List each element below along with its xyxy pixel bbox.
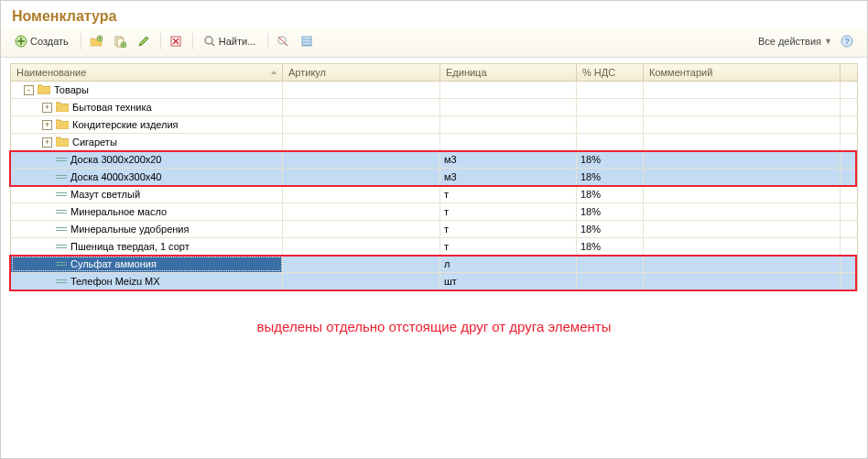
create-label: Создать [30,36,69,47]
cancel-search-button[interactable] [272,31,294,51]
cell-comm [644,151,841,168]
cell-art [283,169,440,185]
cell-comm [644,134,841,150]
cell-comm [644,238,841,255]
collapse-icon[interactable]: - [24,85,34,95]
item-icon [56,210,67,213]
row-label: Телефон Meizu MX [71,276,160,287]
svg-point-6 [205,37,212,44]
cell-art [283,221,440,237]
col-name[interactable]: Наименование [11,64,283,81]
cell-art [283,186,440,202]
folder-row[interactable]: +Сигареты [11,134,857,151]
magnifier-cancel-icon [277,35,289,48]
cell-comm [644,169,841,185]
col-unit[interactable]: Единица [440,64,577,81]
cell-unit: м3 [440,169,577,185]
row-label: Сульфат аммония [71,258,157,269]
cell-art [283,82,440,98]
all-actions-menu[interactable]: Все действия ▼ [754,34,836,49]
cell-art [283,134,440,150]
cell-vat [577,82,644,98]
cell-unit [440,134,577,150]
edit-button[interactable] [133,31,155,51]
cell-unit: т [440,186,577,202]
item-row[interactable]: Доска 3000х200х20м318% [11,151,857,169]
cell-unit: т [440,221,577,237]
cell-name: +Сигареты [11,134,283,150]
cell-art [283,151,440,168]
cell-vat [577,116,644,133]
folder-row[interactable]: +Бытовая техника [11,99,857,116]
item-icon [56,175,67,179]
row-label: Мазут светлый [71,189,140,200]
separator [267,33,268,49]
cell-art [283,273,440,290]
delete-x-icon [169,35,182,48]
row-label: Доска 4000х300х40 [71,171,161,182]
item-icon [56,192,67,196]
cell-comm [644,221,841,237]
item-row[interactable]: Телефон Meizu MXшт [11,273,857,290]
cell-vat [577,99,644,115]
new-folder-button[interactable] [85,31,107,51]
item-row[interactable]: Мазут светлыйт18% [11,186,857,203]
row-label: Доска 3000х200х20 [71,154,161,165]
cell-comm [644,256,841,272]
row-label: Кондитерские изделия [72,119,179,130]
grid-body: -Товары+Бытовая техника+Кондитерские изд… [11,82,857,290]
cell-unit [440,116,577,133]
cell-unit: т [440,203,577,220]
row-label: Бытовая техника [72,102,152,113]
cell-name: Доска 3000х200х20 [11,151,283,168]
folder-icon [38,83,54,96]
cell-name: Минеральное масло [11,203,283,220]
item-row[interactable]: Сульфат аммониял [11,256,857,273]
folder-icon [56,101,72,114]
cell-unit: л [440,256,577,272]
cell-art [283,203,440,220]
plus-circle-icon [15,35,27,48]
cell-art [283,256,440,272]
expand-icon[interactable]: + [42,120,52,130]
copy-plus-icon [114,35,126,48]
col-comment[interactable]: Комментарий [644,64,841,81]
row-label: Товары [54,84,89,95]
folder-row[interactable]: +Кондитерские изделия [11,116,857,134]
copy-button[interactable] [109,31,131,51]
data-grid[interactable]: Наименование Артикул Единица % НДС Комме… [10,63,858,291]
folder-row[interactable]: -Товары [11,82,857,99]
cell-vat: 18% [577,169,644,185]
row-label: Минеральные удобрения [71,224,189,235]
col-vat[interactable]: % НДС [577,64,644,81]
expand-icon[interactable]: + [42,103,52,113]
separator [192,33,193,49]
cell-name: Телефон Meizu MX [11,273,283,290]
cell-unit [440,82,577,98]
all-actions-label: Все действия [758,36,821,47]
item-row[interactable]: Минеральное маслот18% [11,203,857,221]
annotation-caption: выделены отдельно отстоящие друг от друг… [10,319,858,334]
col-article[interactable]: Артикул [283,64,440,81]
list-icon [300,35,313,48]
folder-icon [56,118,72,131]
item-row[interactable]: Минеральные удобреният18% [11,221,857,238]
cell-comm [644,116,841,133]
cell-name: -Товары [11,82,283,98]
chevron-down-icon: ▼ [824,37,832,46]
delete-button[interactable] [165,31,187,51]
expand-icon[interactable]: + [42,137,52,148]
help-button[interactable]: ? [836,31,858,51]
item-icon [56,227,67,231]
list-settings-button[interactable] [296,31,318,51]
item-row[interactable]: Доска 4000х300х40м318% [11,169,857,186]
content: Наименование Артикул Единица % НДС Комме… [1,58,867,334]
cell-comm [644,186,841,202]
help-icon: ? [841,35,853,48]
find-button[interactable]: Найти... [197,31,263,51]
separator [160,33,161,49]
cell-comm [644,203,841,220]
item-row[interactable]: Пшеница твердая, 1 сортт18% [11,238,857,256]
cell-unit: шт [440,273,577,290]
create-button[interactable]: Создать [8,31,75,51]
